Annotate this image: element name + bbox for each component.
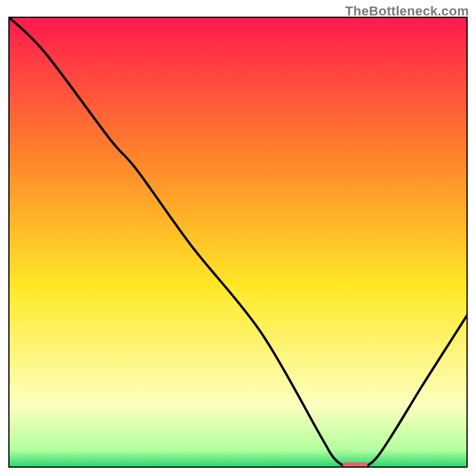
watermark-text: TheBottleneck.com — [345, 4, 469, 19]
chart-root: TheBottleneck.com — [0, 0, 476, 476]
chart-background-gradient — [8, 17, 468, 468]
chart-svg — [8, 17, 468, 468]
chart-plot-area — [8, 17, 468, 468]
